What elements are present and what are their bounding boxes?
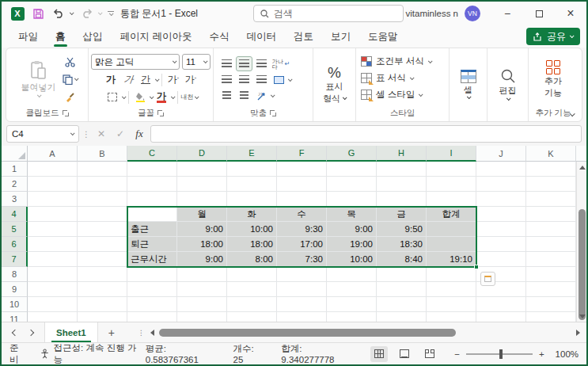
cell-J5[interactable]: [476, 222, 526, 237]
cell-G11[interactable]: [327, 312, 377, 322]
accessibility-status[interactable]: 접근성: 계속 진행 가능: [40, 342, 138, 366]
alignment-dialog-launcher[interactable]: [270, 110, 276, 116]
cell-D10[interactable]: [177, 297, 227, 312]
cell-K9[interactable]: [526, 282, 576, 297]
cell-B5[interactable]: [78, 222, 127, 237]
cell-K4[interactable]: [526, 207, 576, 222]
cell-K10[interactable]: [526, 297, 576, 312]
cell-I9[interactable]: [427, 282, 476, 297]
cell-F1[interactable]: [277, 162, 327, 177]
cell-J3[interactable]: [476, 192, 526, 207]
cell-F5[interactable]: 9:30: [277, 222, 327, 237]
undo-dropdown-icon[interactable]: [70, 10, 74, 15]
align-top-button[interactable]: [218, 56, 235, 71]
redo-dropdown-icon[interactable]: [98, 10, 103, 15]
cell-J4[interactable]: [476, 207, 526, 222]
cell-B4[interactable]: [78, 207, 127, 222]
phonetic-dropdown-icon[interactable]: [194, 94, 199, 99]
sheet-tab[interactable]: Sheet1: [44, 322, 98, 342]
column-header-C[interactable]: C: [127, 146, 177, 162]
cell-G10[interactable]: [327, 297, 377, 312]
tab-파일[interactable]: 파일: [9, 25, 47, 48]
cell-H11[interactable]: [377, 312, 427, 322]
cell-H7[interactable]: 8:40: [377, 252, 427, 267]
cell-E10[interactable]: [227, 297, 277, 312]
cell-G4[interactable]: 목: [327, 207, 377, 222]
horizontal-scroll-thumb[interactable]: [159, 329, 456, 337]
cell-I8[interactable]: [427, 267, 476, 282]
formula-input[interactable]: [150, 125, 582, 143]
cell-K7[interactable]: [526, 252, 576, 267]
phonetic-guide-button[interactable]: 내천: [181, 94, 194, 101]
tab-검토[interactable]: 검토: [285, 25, 322, 48]
cell-B11[interactable]: [78, 312, 127, 322]
cell-E3[interactable]: [227, 192, 277, 207]
cell-B6[interactable]: [78, 237, 127, 252]
cell-D4[interactable]: 월: [177, 207, 227, 222]
cell-G6[interactable]: 19:00: [327, 237, 377, 252]
column-header-B[interactable]: B: [78, 146, 127, 162]
cell-G9[interactable]: [327, 282, 377, 297]
cell-B9[interactable]: [78, 282, 127, 297]
editing-button[interactable]: 편집: [495, 51, 522, 118]
cell-H2[interactable]: [377, 177, 427, 192]
copy-button[interactable]: [63, 71, 78, 87]
row-header-7[interactable]: 7: [2, 252, 28, 267]
scroll-left-icon[interactable]: [150, 330, 154, 336]
undo-icon[interactable]: [49, 4, 68, 23]
cell-I11[interactable]: [427, 312, 476, 322]
cell-E9[interactable]: [227, 282, 277, 297]
cell-G5[interactable]: 9:00: [327, 222, 377, 237]
cell-K3[interactable]: [526, 192, 576, 207]
cell-A2[interactable]: [28, 177, 78, 192]
row-header-11[interactable]: 11: [2, 312, 28, 322]
font-color-button[interactable]: 가: [154, 90, 170, 105]
cell-J2[interactable]: [476, 177, 526, 192]
cell-A9[interactable]: [28, 282, 78, 297]
user-name[interactable]: vitaminless n: [406, 9, 458, 18]
cell-C10[interactable]: [127, 297, 177, 312]
cell-F9[interactable]: [277, 282, 327, 297]
conditional-formatting-button[interactable]: 조건부 서식: [358, 53, 447, 70]
cell-C5[interactable]: 출근: [127, 222, 177, 237]
cell-A5[interactable]: [28, 222, 78, 237]
previous-sheet-icon[interactable]: [12, 329, 18, 335]
cell-C9[interactable]: [127, 282, 177, 297]
align-middle-button[interactable]: [236, 56, 252, 71]
add-sheet-button[interactable]: +: [98, 322, 125, 342]
scroll-right-icon[interactable]: [576, 330, 580, 336]
redo-icon[interactable]: [78, 4, 97, 23]
row-header-4[interactable]: 4: [2, 207, 28, 222]
cell-K1[interactable]: [526, 162, 576, 177]
underline-dropdown-icon[interactable]: [154, 77, 159, 82]
cell-I4[interactable]: 합계: [427, 207, 476, 222]
row-header-9[interactable]: 9: [2, 282, 28, 297]
borders-dropdown-icon[interactable]: [121, 94, 126, 99]
row-header-2[interactable]: 2: [2, 177, 28, 192]
formula-bar-handle[interactable]: ⋮: [82, 130, 90, 139]
maximize-button[interactable]: [523, 2, 555, 25]
zoom-in-button[interactable]: +: [539, 349, 544, 359]
tab-삽입[interactable]: 삽입: [74, 25, 112, 48]
orientation-dropdown-icon[interactable]: [271, 93, 275, 97]
cell-I5[interactable]: [427, 222, 476, 237]
customize-quick-access-icon[interactable]: [108, 11, 114, 17]
cell-styles-button[interactable]: 셀 스타일: [358, 86, 447, 103]
normal-view-button[interactable]: [370, 346, 388, 362]
search-input[interactable]: 검색: [253, 5, 404, 22]
cell-F7[interactable]: 7:30: [277, 252, 327, 267]
cell-I10[interactable]: [427, 297, 476, 312]
cell-E6[interactable]: 18:00: [227, 237, 277, 252]
cell-A6[interactable]: [28, 237, 78, 252]
italic-button[interactable]: 가: [119, 72, 138, 87]
column-header-E[interactable]: E: [227, 146, 277, 162]
paste-button[interactable]: 붙여넣기: [17, 51, 61, 107]
borders-button[interactable]: [104, 90, 121, 105]
cell-B7[interactable]: [78, 252, 127, 267]
addins-button[interactable]: 추가 기능: [540, 51, 567, 107]
cell-A7[interactable]: [28, 252, 78, 267]
insert-function-button[interactable]: fx: [131, 126, 147, 142]
scroll-up-icon[interactable]: [577, 162, 586, 173]
cells-button[interactable]: 셀: [456, 51, 481, 118]
cancel-icon[interactable]: ✕: [93, 126, 109, 142]
